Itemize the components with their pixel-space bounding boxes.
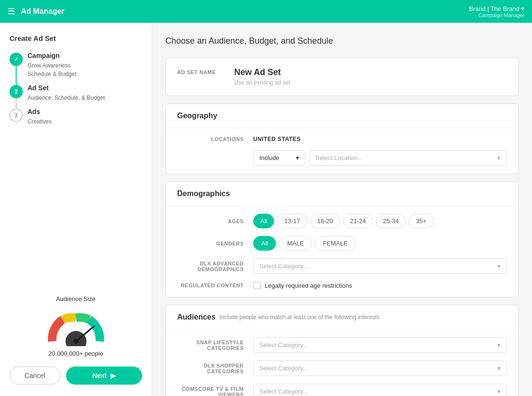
page-title: Choose an Audience, Budget, and Schedule (165, 36, 519, 46)
regulated-content: Legally required age restrictions (253, 282, 507, 289)
regulated-row: REGULATED CONTENT Legally required age r… (177, 282, 507, 289)
next-label: Next (92, 372, 106, 379)
the-brand-label: The Brand (491, 5, 520, 12)
audience-gauge (43, 308, 109, 346)
age-btn-18-20[interactable]: 18-20 (310, 214, 340, 228)
regulated-checkbox-row: Legally required age restrictions (253, 282, 352, 289)
sidebar-title: Create Ad Set (10, 34, 142, 42)
audiences-subtitle: Include people who match at least one of… (219, 314, 380, 321)
age-buttons: All 13-17 18-20 21-24 25-34 35+ (253, 214, 434, 228)
age-btn-all[interactable]: All (253, 214, 274, 228)
next-button[interactable]: Next ▶ (66, 367, 142, 385)
step-1-content: Campaign Grow Awareness Schedule & Budge… (28, 52, 142, 78)
ages-label: AGES (177, 218, 253, 224)
gauge-container (10, 308, 142, 346)
brand-label: Brand (469, 5, 486, 12)
use-existing-link[interactable]: Use an existing ad set (234, 79, 507, 86)
dlx-shopper-row: DLX SHOPPER CATEGORIES Select Category..… (177, 360, 507, 376)
dlx-content: Select Category... ▾ (253, 258, 507, 274)
audiences-body: SNAP LIFESTYLE CATEGORIES Select Categor… (166, 330, 518, 396)
chevron-down-icon[interactable]: ▾ (521, 5, 524, 12)
ages-content: All 13-17 18-20 21-24 25-34 35+ (253, 214, 507, 228)
include-chevron-icon: ▾ (296, 154, 299, 161)
gender-btn-female[interactable]: FEMALE (315, 236, 356, 251)
step-3-indicator: 3 (10, 109, 23, 122)
comscore-chevron-icon: ▾ (497, 388, 501, 395)
step-2-name: Ad Set (28, 84, 142, 92)
comscore-row: COMSCORE TV & FILM VIEWERS Select Catego… (177, 384, 507, 396)
dlx-shopper-content: Select Category... ▾ (253, 360, 507, 376)
step-3: 3 Ads Creatives (10, 108, 142, 126)
locations-row: LOCATIONS UNITED STATES (177, 136, 507, 142)
ad-set-name-value-col: New Ad Set Use an existing ad set (234, 67, 507, 86)
app-title: Ad Manager (21, 7, 65, 16)
locations-content: UNITED STATES (253, 136, 507, 142)
include-value: Include (259, 154, 279, 161)
gender-buttons: All MALE FEMALE (253, 236, 356, 251)
header-left: ☰ Ad Manager (8, 6, 65, 17)
dlx-shopper-placeholder: Select Category... (259, 365, 308, 372)
snap-lifestyle-label: SNAP LIFESTYLE CATEGORIES (177, 339, 253, 351)
demographics-body: AGES All 13-17 18-20 21-24 25-34 35+ (166, 206, 518, 297)
snap-lifestyle-placeholder: Select Category... (259, 341, 308, 349)
step-1-sub-1: Grow Awareness (28, 61, 142, 70)
genders-label: GENDERS (177, 241, 253, 246)
location-select[interactable]: Select Location... ▾ (309, 150, 507, 166)
include-row: Include ▾ Select Location... ▾ (177, 150, 507, 166)
comscore-placeholder: Select Category... (259, 388, 308, 395)
step-2: 2 Ad Set Audience, Schedule, & Budget (10, 84, 142, 102)
regulated-checkbox[interactable] (253, 282, 261, 289)
gender-btn-male[interactable]: MALE (279, 236, 312, 251)
audiences-title: Audiences (177, 313, 216, 321)
regulated-label: REGULATED CONTENT (177, 283, 253, 288)
next-icon: ▶ (111, 372, 116, 379)
location-badge: UNITED STATES (253, 136, 301, 142)
cancel-button[interactable]: Cancel (10, 367, 60, 385)
gauge-people: 20,000,000+ people (10, 350, 142, 357)
age-btn-21-24[interactable]: 21-24 (343, 214, 373, 228)
dlx-chevron-icon: ▾ (497, 263, 501, 270)
location-chevron-icon: ▾ (497, 154, 501, 161)
audiences-header: Audiences Include people who match at le… (166, 305, 518, 330)
location-placeholder: Select Location... (315, 154, 363, 161)
step-3-name: Ads (28, 108, 142, 115)
dlx-dropdown[interactable]: Select Category... ▾ (253, 258, 507, 274)
demographics-header: Demographics (166, 182, 518, 206)
sidebar: Create Ad Set ✓ Campaign Grow Awareness … (0, 23, 152, 396)
snap-lifestyle-row: SNAP LIFESTYLE CATEGORIES Select Categor… (177, 337, 507, 353)
ad-set-name-label: AD SET NAME (177, 67, 234, 75)
dlx-shopper-dropdown[interactable]: Select Category... ▾ (253, 360, 507, 376)
locations-label: LOCATIONS (177, 136, 253, 142)
snap-lifestyle-dropdown[interactable]: Select Category... ▾ (253, 337, 507, 353)
geography-section: Geography LOCATIONS UNITED STATES Includ… (165, 104, 519, 174)
comscore-dropdown[interactable]: Select Category... ▾ (253, 384, 507, 396)
comscore-label: COMSCORE TV & FILM VIEWERS (177, 386, 253, 396)
svg-point-0 (66, 331, 86, 346)
step-1-indicator: ✓ (10, 53, 23, 66)
sidebar-bottom: Audience Size (10, 295, 142, 385)
demographics-section: Demographics AGES All 13-17 18-20 21-24 … (165, 181, 519, 297)
step-2-indicator: 2 (10, 85, 23, 98)
main-content: Choose an Audience, Budget, and Schedule… (152, 23, 532, 396)
layout: Create Ad Set ✓ Campaign Grow Awareness … (0, 23, 532, 396)
header: ☰ Ad Manager Brand | The Brand ▾ Campaig… (0, 0, 532, 23)
dlx-row: DLX ADVANCED DEMOGRAPHICS Select Categor… (177, 258, 507, 274)
age-btn-13-17[interactable]: 13-17 (277, 214, 307, 228)
age-btn-35-plus[interactable]: 35+ (408, 214, 433, 228)
hamburger-icon[interactable]: ☰ (8, 6, 15, 17)
regulated-checkbox-label: Legally required age restrictions (265, 282, 352, 289)
step-2-sub-1: Audience, Schedule, & Budget (28, 94, 142, 102)
step-1-name: Campaign (28, 52, 142, 59)
audiences-section: Audiences Include people who match at le… (165, 305, 519, 396)
include-dropdown[interactable]: Include ▾ (253, 150, 305, 166)
step-1: ✓ Campaign Grow Awareness Schedule & Bud… (10, 52, 142, 78)
gender-btn-all[interactable]: All (253, 236, 276, 251)
snap-lifestyle-chevron-icon: ▾ (497, 341, 501, 349)
snap-lifestyle-content: Select Category... ▾ (253, 337, 507, 353)
brand-name-row: Brand | The Brand ▾ (469, 5, 524, 12)
audience-size-title: Audience Size (10, 295, 142, 302)
genders-content: All MALE FEMALE (253, 236, 507, 251)
age-btn-25-34[interactable]: 25-34 (376, 214, 406, 228)
step-list: ✓ Campaign Grow Awareness Schedule & Bud… (10, 52, 142, 130)
step-3-sub-1: Creatives (28, 117, 142, 126)
